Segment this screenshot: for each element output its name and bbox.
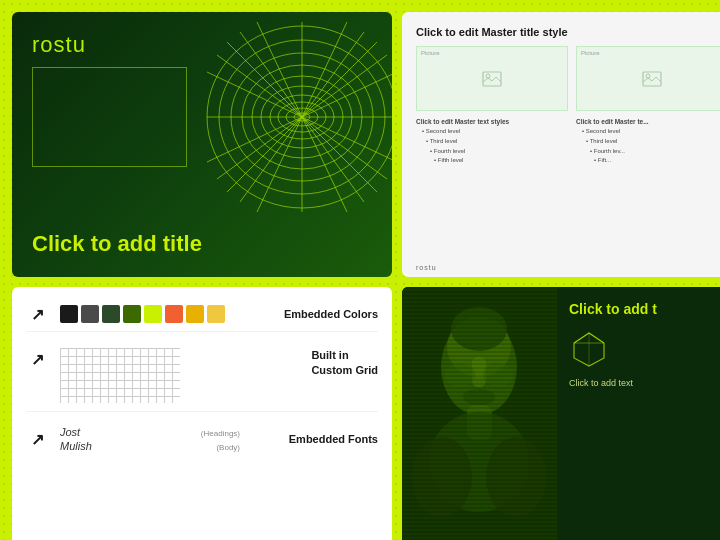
fonts-label: Embedded Fonts — [289, 433, 378, 445]
picture-label-left: Picture — [421, 50, 440, 56]
statue-content: Click to add t Click to add text — [557, 287, 720, 540]
statue-image — [402, 287, 557, 540]
template-col-left: Picture Click to edit Master text styles… — [416, 46, 568, 259]
swatch-black — [60, 305, 78, 323]
picture-icon-right — [642, 71, 662, 87]
arrow-fonts-icon: ↗ — [26, 428, 48, 450]
picture-label-right: Picture — [581, 50, 600, 56]
swatch-amber — [186, 305, 204, 323]
svg-line-44 — [574, 333, 589, 343]
colors-label: Embedded Colors — [284, 308, 378, 320]
font-item-jost: Jost (Headings) — [60, 426, 240, 438]
slide-statue: Click to add t Click to add text — [402, 287, 720, 540]
picture-placeholder-left: Picture — [416, 46, 568, 111]
template-content: Picture Click to edit Master text styles… — [416, 46, 720, 259]
swatch-orange — [165, 305, 183, 323]
statue-slide-title[interactable]: Click to add t — [569, 301, 720, 318]
swatch-green — [123, 305, 141, 323]
font-jost-name: Jost — [60, 426, 80, 438]
font-jost-role: (Headings) — [201, 429, 240, 438]
fonts-row: ↗ Jost (Headings) Mulish (Body) Embedded… — [26, 420, 378, 458]
statue-svg — [402, 287, 557, 540]
color-swatches — [60, 305, 225, 323]
rectangle-outline — [32, 67, 187, 167]
arrow-colors-icon: ↗ — [26, 303, 48, 325]
info-panel: ↗ Embedded Colors ↗ Built in Cust — [12, 287, 392, 540]
picture-placeholder-right: Picture — [576, 46, 720, 111]
statue-subtext[interactable]: Click to add text — [569, 378, 720, 388]
grid-row: ↗ Built in Custom Grid — [26, 340, 378, 412]
diamond-icon — [569, 328, 609, 368]
template-col-right: Picture Click to edit Master te... • Sec… — [576, 46, 720, 259]
fonts-display: Jost (Headings) Mulish (Body) — [60, 426, 240, 452]
picture-icon-left — [482, 71, 502, 87]
template-footer: rostu — [416, 264, 437, 271]
svg-rect-41 — [402, 287, 557, 540]
master-title: Click to edit Master title style — [416, 26, 720, 38]
swatch-yellow — [207, 305, 225, 323]
spiral-graphic — [202, 17, 392, 217]
slide-template: Click to edit Master title style Picture… — [402, 12, 720, 277]
grid-label: Built in Custom Grid — [311, 348, 378, 379]
slide-main-title[interactable]: Click to add title — [32, 231, 372, 257]
svg-line-45 — [589, 333, 604, 343]
text-styles-left: Click to edit Master text styles • Secon… — [416, 117, 568, 166]
font-item-mulish: Mulish (Body) — [60, 440, 240, 452]
colors-row: ↗ Embedded Colors — [26, 297, 378, 332]
slide-main: rostu — [12, 12, 392, 277]
diamond-icon-area — [569, 328, 720, 368]
grid-visual — [60, 348, 180, 403]
swatch-darkgreen — [102, 305, 120, 323]
font-mulish-name: Mulish — [60, 440, 92, 452]
swatch-gray — [81, 305, 99, 323]
swatch-lime — [144, 305, 162, 323]
arrow-grid-icon: ↗ — [26, 348, 48, 370]
text-styles-right: Click to edit Master te... • Second leve… — [576, 117, 720, 166]
font-mulish-role: (Body) — [216, 443, 240, 452]
